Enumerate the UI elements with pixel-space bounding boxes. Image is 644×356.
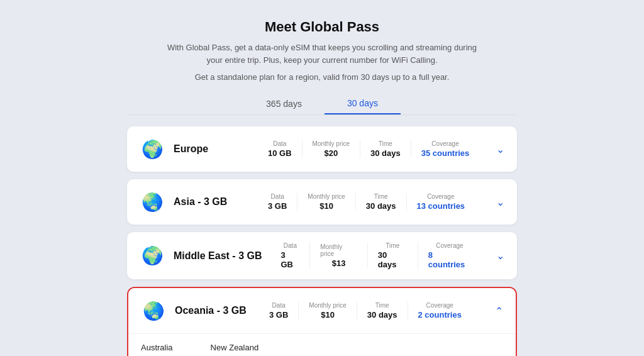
middle-east-data-stat: Data 3 GB bbox=[270, 242, 310, 269]
subtitle-text: With Global Pass, get a data-only eSIM t… bbox=[165, 42, 479, 66]
europe-price-label: Monthly price bbox=[313, 140, 350, 147]
asia-price-label: Monthly price bbox=[308, 193, 345, 200]
middle-east-time-label: Time bbox=[386, 242, 399, 249]
asia-time-label: Time bbox=[374, 193, 388, 200]
middle-east-name: Middle East - 3 GB bbox=[174, 250, 262, 262]
asia-price-value: $10 bbox=[319, 201, 333, 211]
oceania-time-value: 30 days bbox=[367, 310, 397, 320]
middle-east-icon: 🌍 bbox=[140, 243, 165, 269]
middle-east-price-label: Monthly price bbox=[320, 243, 357, 257]
asia-icon: 🌏 bbox=[140, 189, 165, 214]
middle-east-coverage-value: 8 countries bbox=[428, 250, 471, 269]
europe-price-value: $20 bbox=[324, 148, 338, 158]
tab-30[interactable]: 30 days bbox=[325, 93, 401, 114]
plan-oceania: 🌏 Oceania - 3 GB Data 3 GB Monthly price… bbox=[128, 288, 516, 334]
europe-details: Data 10 GB Monthly price $20 Time 30 day… bbox=[258, 140, 481, 158]
middle-east-time-stat: Time 30 days bbox=[368, 242, 418, 269]
plan-europe: 🌍 Europe Data 10 GB Monthly price $20 Ti… bbox=[127, 126, 517, 172]
europe-time-stat: Time 30 days bbox=[360, 140, 411, 158]
page-title: Meet Global Pass bbox=[127, 19, 517, 35]
asia-data-label: Data bbox=[271, 193, 284, 200]
europe-icon: 🌍 bbox=[140, 136, 165, 162]
oceania-expanded-details: Australia New Zealand bbox=[128, 334, 516, 356]
asia-coverage-label: Coverage bbox=[427, 193, 454, 200]
asia-data-value: 3 GB bbox=[268, 201, 287, 211]
oceania-icon: 🌏 bbox=[141, 298, 166, 323]
middle-east-price-stat: Monthly price $13 bbox=[310, 243, 368, 268]
oceania-coverage-label: Coverage bbox=[426, 302, 453, 309]
country-australia: Australia bbox=[141, 343, 173, 352]
asia-coverage-stat: Coverage 13 countries bbox=[407, 193, 475, 211]
standalone-text: Get a standalone plan for a region, vali… bbox=[127, 72, 517, 82]
asia-time-value: 30 days bbox=[366, 201, 396, 211]
middle-east-details: Data 3 GB Monthly price $13 Time 30 days… bbox=[270, 242, 481, 269]
asia-chevron-icon[interactable]: ⌄ bbox=[496, 196, 504, 208]
asia-details: Data 3 GB Monthly price $10 Time 30 days… bbox=[258, 193, 481, 211]
oceania-chevron-icon[interactable]: ⌃ bbox=[495, 305, 503, 317]
oceania-details: Data 3 GB Monthly price $10 Time 30 days… bbox=[259, 302, 480, 320]
europe-chevron-icon[interactable]: ⌄ bbox=[496, 143, 504, 155]
asia-price-stat: Monthly price $10 bbox=[297, 193, 355, 211]
asia-coverage-value: 13 countries bbox=[417, 201, 465, 211]
oceania-name: Oceania - 3 GB bbox=[175, 305, 250, 316]
middle-east-chevron-icon[interactable]: ⌄ bbox=[496, 250, 504, 262]
tab-365[interactable]: 365 days bbox=[243, 93, 325, 114]
asia-time-stat: Time 30 days bbox=[356, 193, 407, 211]
middle-east-time-value: 30 days bbox=[378, 250, 408, 269]
tabs-bar: 365 days 30 days bbox=[127, 93, 517, 115]
europe-data-stat: Data 10 GB bbox=[258, 140, 303, 158]
middle-east-data-value: 3 GB bbox=[280, 250, 299, 269]
oceania-price-stat: Monthly price $10 bbox=[299, 302, 357, 320]
europe-coverage-stat: Coverage 35 countries bbox=[411, 140, 480, 158]
europe-data-value: 10 GB bbox=[268, 148, 292, 158]
europe-coverage-value: 35 countries bbox=[421, 148, 470, 158]
oceania-data-value: 3 GB bbox=[269, 310, 288, 320]
oceania-data-stat: Data 3 GB bbox=[259, 302, 299, 320]
main-container: Meet Global Pass With Global Pass, get a… bbox=[127, 19, 517, 356]
plan-asia: 🌏 Asia - 3 GB Data 3 GB Monthly price $1… bbox=[127, 179, 517, 225]
oceania-time-stat: Time 30 days bbox=[357, 302, 408, 320]
middle-east-data-label: Data bbox=[284, 242, 297, 249]
plan-middle-east: 🌍 Middle East - 3 GB Data 3 GB Monthly p… bbox=[127, 232, 517, 279]
europe-time-value: 30 days bbox=[370, 148, 401, 158]
country-new-zealand: New Zealand bbox=[211, 343, 259, 352]
plan-oceania-outer: 🌏 Oceania - 3 GB Data 3 GB Monthly price… bbox=[127, 287, 517, 356]
oceania-coverage-value: 2 countries bbox=[418, 310, 462, 320]
europe-coverage-label: Coverage bbox=[431, 140, 458, 147]
middle-east-coverage-stat: Coverage 8 countries bbox=[418, 242, 481, 269]
europe-data-label: Data bbox=[273, 140, 286, 147]
middle-east-price-value: $13 bbox=[332, 259, 346, 268]
europe-name: Europe bbox=[174, 143, 249, 155]
europe-price-stat: Monthly price $20 bbox=[303, 140, 360, 158]
asia-data-stat: Data 3 GB bbox=[258, 193, 297, 211]
oceania-price-value: $10 bbox=[321, 310, 335, 320]
oceania-price-label: Monthly price bbox=[309, 302, 346, 309]
europe-time-label: Time bbox=[379, 140, 392, 147]
asia-name: Asia - 3 GB bbox=[174, 196, 249, 208]
page-header: Meet Global Pass With Global Pass, get a… bbox=[127, 19, 517, 82]
plans-list: 🌍 Europe Data 10 GB Monthly price $20 Ti… bbox=[127, 126, 517, 356]
oceania-coverage-stat: Coverage 2 countries bbox=[408, 302, 472, 320]
oceania-time-label: Time bbox=[375, 302, 389, 309]
middle-east-coverage-label: Coverage bbox=[436, 242, 463, 249]
oceania-data-label: Data bbox=[272, 302, 286, 309]
